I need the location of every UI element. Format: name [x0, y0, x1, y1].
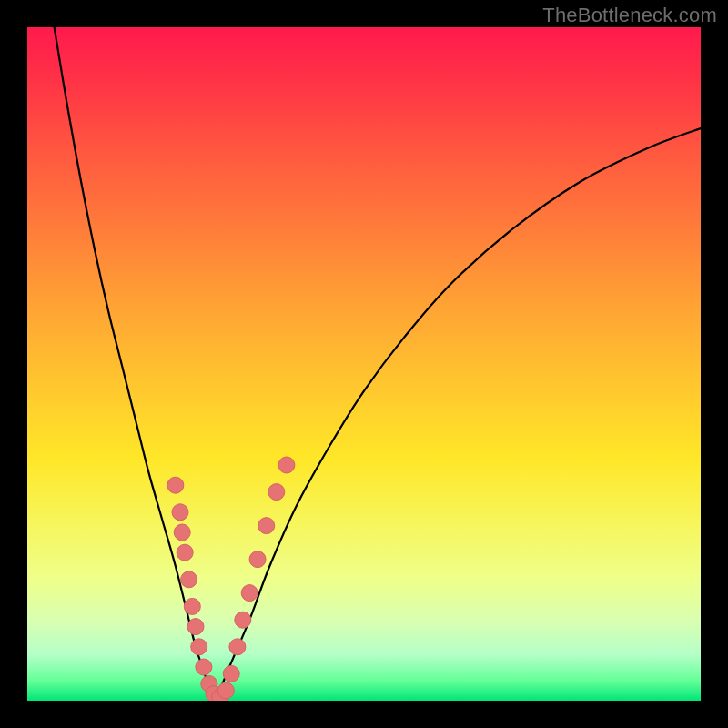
curve-right-branch — [216, 128, 701, 701]
data-marker — [177, 544, 193, 561]
data-marker — [268, 484, 285, 500]
chart-frame: TheBottleneck.com — [0, 0, 728, 728]
data-marker — [181, 571, 197, 588]
data-marker — [258, 518, 275, 534]
data-marker — [167, 477, 184, 493]
data-marker — [241, 585, 258, 602]
plot-area — [27, 27, 701, 701]
data-marker — [187, 619, 204, 635]
data-marker — [196, 659, 212, 675]
data-marker — [223, 665, 239, 682]
data-marker — [229, 639, 246, 655]
data-marker — [172, 504, 188, 521]
data-marker — [235, 612, 251, 628]
data-marker — [184, 598, 200, 614]
data-marker — [174, 524, 190, 541]
data-marker — [249, 551, 266, 568]
data-marker — [217, 682, 234, 699]
data-marker — [191, 639, 207, 655]
data-marker — [278, 457, 295, 473]
curve-layer — [27, 27, 701, 701]
attribution-label: TheBottleneck.com — [542, 4, 717, 27]
